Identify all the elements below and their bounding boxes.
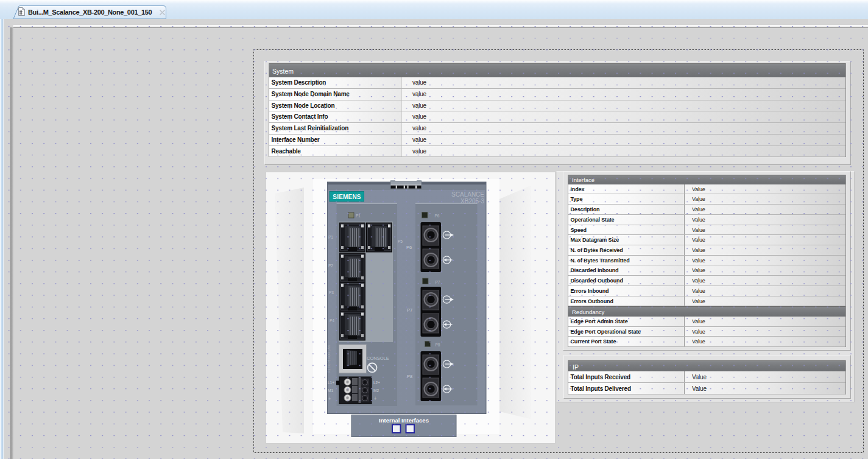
svg-text:P6: P6	[406, 245, 412, 250]
svg-text:P5: P5	[398, 239, 403, 244]
svg-text:P1: P1	[356, 214, 361, 218]
svg-text:P8: P8	[436, 343, 440, 347]
svg-text:SIEMENS: SIEMENS	[333, 194, 361, 200]
svg-text:SCALANCE: SCALANCE	[451, 191, 484, 198]
svg-text:M1: M1	[328, 388, 333, 393]
svg-text:M2: M2	[373, 388, 379, 393]
svg-text:CONSOLE: CONSOLE	[367, 356, 389, 361]
svg-text:P3: P3	[329, 290, 334, 295]
svg-text:⏚: ⏚	[374, 396, 377, 401]
svg-text:L1+: L1+	[328, 380, 334, 385]
svg-text:P2: P2	[328, 264, 333, 268]
svg-text:P7: P7	[436, 280, 440, 284]
svg-text:P7: P7	[407, 307, 412, 313]
svg-text:P1: P1	[328, 235, 333, 239]
svg-text:P1 TX P5 POR LAN: P1 TX P5 POR LAN	[327, 345, 331, 373]
svg-text:P6: P6	[435, 214, 440, 218]
svg-text:XB205-3: XB205-3	[460, 198, 484, 205]
svg-text:P8: P8	[407, 374, 412, 379]
svg-text:Internal Interfaces: Internal Interfaces	[379, 417, 429, 424]
svg-text:L2+: L2+	[373, 380, 380, 385]
svg-text:P4: P4	[330, 318, 334, 323]
svg-text:⏚: ⏚	[328, 396, 331, 401]
